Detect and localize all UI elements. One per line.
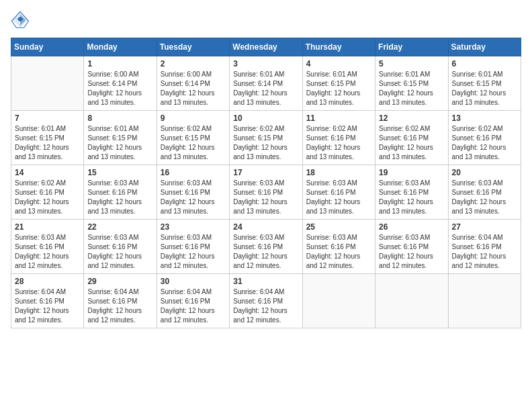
logo [11,11,32,30]
day-info: Sunrise: 6:03 AMSunset: 6:16 PMDaylight:… [233,233,298,271]
calendar-cell: 14Sunrise: 6:02 AMSunset: 6:16 PMDayligh… [11,165,84,220]
calendar-week-2: 7Sunrise: 6:01 AMSunset: 6:15 PMDaylight… [11,111,521,165]
calendar-cell: 30Sunrise: 6:04 AMSunset: 6:16 PMDayligh… [157,274,229,328]
header-monday: Monday [84,38,157,56]
day-number: 5 [379,59,444,68]
day-number: 18 [306,168,371,177]
calendar-cell: 27Sunrise: 6:04 AMSunset: 6:16 PMDayligh… [448,220,521,274]
day-number: 1 [87,59,152,68]
day-info: Sunrise: 6:03 AMSunset: 6:16 PMDaylight:… [306,179,371,216]
calendar-cell: 8Sunrise: 6:01 AMSunset: 6:15 PMDaylight… [84,111,157,165]
day-number: 16 [161,168,226,177]
calendar-cell [375,274,448,328]
calendar-cell: 29Sunrise: 6:04 AMSunset: 6:16 PMDayligh… [84,274,157,328]
calendar-cell: 6Sunrise: 6:01 AMSunset: 6:15 PMDaylight… [448,56,521,111]
day-number: 23 [161,222,226,232]
header-friday: Friday [375,38,448,56]
logo-icon [11,11,30,30]
day-info: Sunrise: 6:03 AMSunset: 6:16 PMDaylight:… [452,179,517,216]
calendar-cell: 16Sunrise: 6:03 AMSunset: 6:16 PMDayligh… [157,165,229,220]
day-number: 24 [233,222,298,232]
day-info: Sunrise: 6:01 AMSunset: 6:15 PMDaylight:… [379,70,444,107]
day-number: 26 [379,222,444,232]
calendar-cell: 31Sunrise: 6:04 AMSunset: 6:16 PMDayligh… [230,274,302,328]
day-info: Sunrise: 6:03 AMSunset: 6:16 PMDaylight:… [87,233,152,271]
day-number: 7 [15,113,80,123]
calendar-cell: 2Sunrise: 6:00 AMSunset: 6:14 PMDaylight… [157,56,229,111]
calendar-cell: 4Sunrise: 6:01 AMSunset: 6:15 PMDaylight… [302,56,375,111]
calendar-cell: 24Sunrise: 6:03 AMSunset: 6:16 PMDayligh… [230,220,302,274]
day-info: Sunrise: 6:01 AMSunset: 6:15 PMDaylight:… [87,124,152,162]
day-info: Sunrise: 6:02 AMSunset: 6:16 PMDaylight:… [452,124,517,162]
day-number: 14 [15,168,80,177]
day-number: 31 [233,277,298,286]
calendar-cell: 12Sunrise: 6:02 AMSunset: 6:16 PMDayligh… [375,111,448,165]
day-info: Sunrise: 6:03 AMSunset: 6:16 PMDaylight:… [15,233,80,271]
day-info: Sunrise: 6:03 AMSunset: 6:16 PMDaylight:… [87,179,152,216]
calendar-cell: 5Sunrise: 6:01 AMSunset: 6:15 PMDaylight… [375,56,448,111]
day-number: 25 [306,222,371,232]
calendar-cell: 17Sunrise: 6:03 AMSunset: 6:16 PMDayligh… [230,165,302,220]
day-info: Sunrise: 6:04 AMSunset: 6:16 PMDaylight:… [452,233,517,271]
day-number: 27 [452,222,517,232]
day-info: Sunrise: 6:03 AMSunset: 6:16 PMDaylight:… [379,179,444,216]
day-info: Sunrise: 6:03 AMSunset: 6:16 PMDaylight:… [306,233,371,271]
calendar-cell: 21Sunrise: 6:03 AMSunset: 6:16 PMDayligh… [11,220,84,274]
calendar-cell: 22Sunrise: 6:03 AMSunset: 6:16 PMDayligh… [84,220,157,274]
day-info: Sunrise: 6:02 AMSunset: 6:16 PMDaylight:… [306,124,371,162]
header-saturday: Saturday [448,38,521,56]
header-thursday: Thursday [302,38,375,56]
day-info: Sunrise: 6:04 AMSunset: 6:16 PMDaylight:… [233,287,298,325]
calendar-cell: 23Sunrise: 6:03 AMSunset: 6:16 PMDayligh… [157,220,229,274]
day-info: Sunrise: 6:02 AMSunset: 6:16 PMDaylight:… [379,124,444,162]
day-number: 22 [87,222,152,232]
day-number: 6 [452,59,517,68]
calendar-cell [11,56,84,111]
calendar-cell: 13Sunrise: 6:02 AMSunset: 6:16 PMDayligh… [448,111,521,165]
header-wednesday: Wednesday [230,38,302,56]
day-number: 28 [15,277,80,286]
calendar-header-row: SundayMondayTuesdayWednesdayThursdayFrid… [11,38,521,56]
day-number: 15 [87,168,152,177]
day-number: 9 [161,113,226,123]
day-number: 13 [452,113,517,123]
calendar-cell: 18Sunrise: 6:03 AMSunset: 6:16 PMDayligh… [302,165,375,220]
day-info: Sunrise: 6:02 AMSunset: 6:15 PMDaylight:… [161,124,226,162]
calendar-cell: 19Sunrise: 6:03 AMSunset: 6:16 PMDayligh… [375,165,448,220]
day-info: Sunrise: 6:01 AMSunset: 6:14 PMDaylight:… [233,70,298,107]
calendar-cell [302,274,375,328]
calendar-week-1: 1Sunrise: 6:00 AMSunset: 6:14 PMDaylight… [11,56,521,111]
day-info: Sunrise: 6:01 AMSunset: 6:15 PMDaylight:… [452,70,517,107]
day-info: Sunrise: 6:02 AMSunset: 6:15 PMDaylight:… [233,124,298,162]
day-number: 17 [233,168,298,177]
calendar-cell: 28Sunrise: 6:04 AMSunset: 6:16 PMDayligh… [11,274,84,328]
day-number: 10 [233,113,298,123]
day-number: 2 [161,59,226,68]
day-number: 3 [233,59,298,68]
day-info: Sunrise: 6:00 AMSunset: 6:14 PMDaylight:… [87,70,152,107]
day-number: 30 [161,277,226,286]
page-header [11,11,521,30]
day-info: Sunrise: 6:03 AMSunset: 6:16 PMDaylight:… [161,179,226,216]
day-number: 11 [306,113,371,123]
calendar-week-5: 28Sunrise: 6:04 AMSunset: 6:16 PMDayligh… [11,274,521,328]
header-tuesday: Tuesday [157,38,229,56]
calendar-cell: 1Sunrise: 6:00 AMSunset: 6:14 PMDaylight… [84,56,157,111]
calendar-table: SundayMondayTuesdayWednesdayThursdayFrid… [11,38,521,328]
day-info: Sunrise: 6:03 AMSunset: 6:16 PMDaylight:… [233,179,298,216]
day-info: Sunrise: 6:00 AMSunset: 6:14 PMDaylight:… [161,70,226,107]
day-info: Sunrise: 6:04 AMSunset: 6:16 PMDaylight:… [87,287,152,325]
header-sunday: Sunday [11,38,84,56]
calendar-week-4: 21Sunrise: 6:03 AMSunset: 6:16 PMDayligh… [11,220,521,274]
calendar-cell: 25Sunrise: 6:03 AMSunset: 6:16 PMDayligh… [302,220,375,274]
day-number: 8 [87,113,152,123]
calendar-cell: 20Sunrise: 6:03 AMSunset: 6:16 PMDayligh… [448,165,521,220]
calendar-week-3: 14Sunrise: 6:02 AMSunset: 6:16 PMDayligh… [11,165,521,220]
day-number: 12 [379,113,444,123]
day-info: Sunrise: 6:01 AMSunset: 6:15 PMDaylight:… [306,70,371,107]
day-number: 21 [15,222,80,232]
calendar-cell: 7Sunrise: 6:01 AMSunset: 6:15 PMDaylight… [11,111,84,165]
calendar-cell: 3Sunrise: 6:01 AMSunset: 6:14 PMDaylight… [230,56,302,111]
calendar-cell: 15Sunrise: 6:03 AMSunset: 6:16 PMDayligh… [84,165,157,220]
calendar-cell [448,274,521,328]
